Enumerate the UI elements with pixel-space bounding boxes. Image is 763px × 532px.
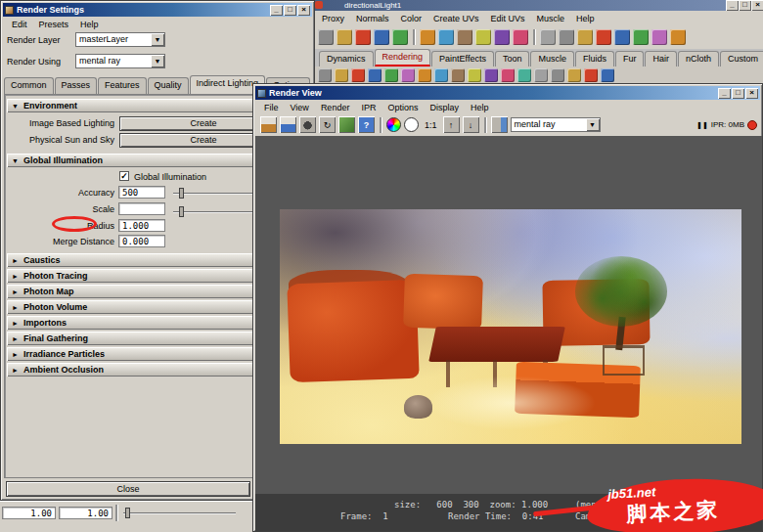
menu-edit[interactable]: Edit [7,19,32,30]
maximize-button[interactable]: □ [732,88,744,99]
toolbar-icon[interactable] [438,29,454,45]
toolbar-icon[interactable] [513,29,528,45]
shelf-icon[interactable] [335,68,348,82]
toolbar-icon[interactable] [355,29,371,45]
shelf-icon[interactable] [484,68,498,82]
render-canvas[interactable] [255,136,762,494]
render-layer-dropdown[interactable]: masterLayer ▼ [75,32,165,47]
tab-quality[interactable]: Quality [148,77,189,94]
render-view-titlebar[interactable]: Render View _ □ × [255,86,760,100]
render-settings-titlebar[interactable]: Render Settings _ □ × [3,3,312,17]
shelf-icon[interactable] [368,68,382,82]
keep-image-icon[interactable]: ↑ [443,116,460,133]
shelf-icon[interactable] [551,68,564,82]
toolbar-icon[interactable] [318,29,334,45]
open-file-icon[interactable] [491,116,508,133]
toolbar-icon[interactable] [596,29,611,45]
shelf-icon[interactable] [468,68,481,82]
accuracy-field[interactable]: 500 [118,186,165,199]
menu-render[interactable]: Render [316,102,355,113]
shelf-tab-fluids[interactable]: Fluids [575,51,614,66]
alpha-channel-icon[interactable] [404,117,419,132]
toolbar-icon[interactable] [475,29,491,45]
shelf-tab-custom[interactable]: Custom [720,51,763,66]
menu-ipr[interactable]: IPR [356,102,381,113]
tab-features[interactable]: Features [98,77,147,94]
shelf-icon[interactable] [501,68,515,82]
toolbar-icon[interactable] [651,29,667,45]
toolbar-icon[interactable] [559,29,574,45]
menu-help[interactable]: Help [75,19,104,30]
shelf-icon[interactable] [601,68,614,82]
toolbar-icon[interactable] [392,29,408,45]
menu-presets[interactable]: Presets [34,19,74,30]
menu-edit-uvs[interactable]: Edit UVs [486,13,530,22]
menu-create-uvs[interactable]: Create UVs [428,13,484,22]
range-end-field[interactable]: 1.00 [59,507,112,519]
shelf-icon[interactable] [567,68,581,82]
ipr-render-icon[interactable] [280,116,296,133]
renderer-dropdown[interactable]: mental ray ▼ [511,117,601,132]
toolbar-icon[interactable] [614,29,630,45]
scale-field[interactable] [118,202,165,215]
menu-proxy[interactable]: Proxy [317,13,349,22]
menu-muscle[interactable]: Muscle [532,13,570,22]
toolbar-icon[interactable] [374,29,389,45]
shelf-tab-ncloth[interactable]: nCloth [678,51,719,66]
merge-distance-field[interactable]: 0.000 [118,235,165,247]
bottom-slider-handle[interactable] [125,508,130,518]
close-window-button[interactable]: × [297,5,310,16]
radius-field[interactable]: 1.000 [118,219,165,232]
remove-image-icon[interactable]: ↓ [463,116,479,133]
toolbar-icon[interactable] [577,29,593,45]
menu-color[interactable]: Color [396,13,427,22]
shelf-icon[interactable] [451,68,465,82]
help-icon[interactable]: ? [358,116,375,133]
shelf-icon[interactable] [434,68,448,82]
snapshot-icon[interactable] [299,116,316,133]
shelf-icon[interactable] [584,68,598,82]
close-window-button[interactable]: × [745,88,758,99]
menu-help[interactable]: Help [466,102,494,113]
maya-minimize-button[interactable]: _ [726,0,739,11]
shelf-tab-dynamics[interactable]: Dynamics [319,51,374,66]
minimize-button[interactable]: _ [270,5,283,16]
shelf-tab-toon[interactable]: Toon [495,51,530,66]
minimize-button[interactable]: _ [718,88,731,99]
redo-render-icon[interactable]: ↻ [319,116,336,133]
shelf-tab-muscle[interactable]: Muscle [530,51,574,66]
toolbar-icon[interactable] [420,29,435,45]
menu-view[interactable]: View [286,102,314,113]
render-region-icon[interactable] [338,116,355,133]
shelf-tab-hair[interactable]: Hair [645,51,677,66]
zoom-1-1-button[interactable]: 1:1 [425,120,437,130]
maximize-button[interactable]: □ [284,5,296,16]
tab-passes[interactable]: Passes [55,77,98,94]
render-icon[interactable] [260,116,277,133]
close-button[interactable]: Close [6,481,250,497]
menu-file[interactable]: File [259,102,284,113]
shelf-icon[interactable] [401,68,415,82]
render-using-dropdown[interactable]: mental ray ▼ [75,54,165,68]
shelf-icon[interactable] [517,68,531,82]
scale-slider-handle[interactable] [179,206,184,217]
toolbar-icon[interactable] [337,29,352,45]
toolbar-icon[interactable] [670,29,686,45]
menu-options[interactable]: Options [382,102,423,113]
menu-normals[interactable]: Normals [351,13,394,22]
shelf-icon[interactable] [384,68,398,82]
toolbar-icon[interactable] [457,29,472,45]
menu-display[interactable]: Display [425,102,464,113]
pause-ipr-icon[interactable]: ❚❚ [696,121,708,129]
toolbar-icon[interactable] [540,29,556,45]
maya-close-button[interactable]: × [751,0,763,11]
maya-maximize-button[interactable]: □ [739,0,751,11]
shelf-tab-fur[interactable]: Fur [615,51,645,66]
toolbar-icon[interactable] [494,29,510,45]
tab-common[interactable]: Common [4,77,54,94]
shelf-icon[interactable] [351,68,365,82]
shelf-icon[interactable] [534,68,548,82]
shelf-icon[interactable] [318,68,332,82]
global-illumination-checkbox[interactable]: ✓ [119,171,129,181]
shelf-icon[interactable] [418,68,431,82]
